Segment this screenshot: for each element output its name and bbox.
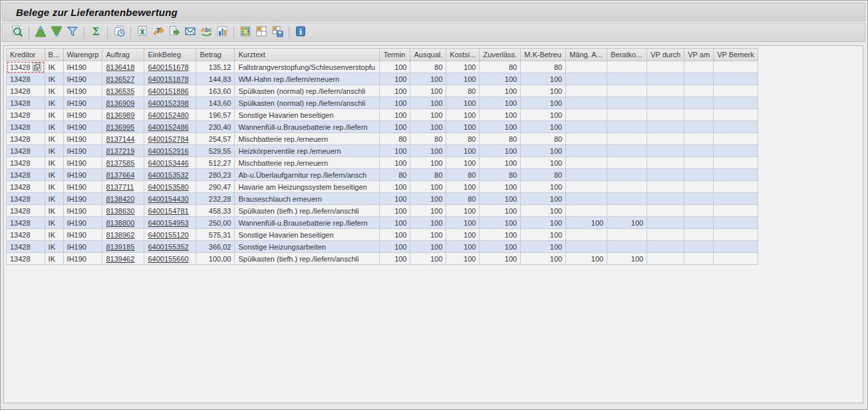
column-header-vp_bemerk[interactable]: VP Bemerk <box>714 49 758 61</box>
cell-beratko[interactable] <box>607 73 647 85</box>
cell-vp_am[interactable] <box>684 109 714 121</box>
cell-kostsi[interactable]: 100 <box>446 97 480 109</box>
abc-analysis-button[interactable]: Abc <box>198 25 214 41</box>
cell-termin[interactable]: 100 <box>380 181 410 193</box>
cell-zuverlaess[interactable]: 100 <box>480 145 521 157</box>
cell-betrag[interactable]: 280,23 <box>196 169 235 181</box>
einkbeleg-link[interactable]: 6400154430 <box>148 195 188 203</box>
cell-kreditor[interactable]: 13428 <box>7 193 45 205</box>
cell-beratko[interactable] <box>607 157 647 169</box>
cell-kurztext[interactable]: Wannenfüll-u.Brausebatterie rep./liefern <box>235 121 380 133</box>
cell-beratko[interactable] <box>607 61 647 73</box>
cell-vp_durch[interactable] <box>647 241 684 253</box>
cell-mkbetreu[interactable]: 100 <box>521 229 566 241</box>
cell-beratko[interactable] <box>607 169 647 181</box>
cell-vp_am[interactable] <box>684 73 714 85</box>
column-header-b[interactable]: B... <box>45 49 63 61</box>
cell-ausqual[interactable]: 100 <box>410 205 446 217</box>
cell-kostsi[interactable]: 100 <box>446 217 480 229</box>
auftrag-link[interactable]: 8139185 <box>106 243 134 251</box>
cell-kreditor[interactable]: 13428 <box>7 85 45 97</box>
einkbeleg-link[interactable]: 6400154781 <box>148 207 188 215</box>
cell-auftrag[interactable]: 8136418 <box>102 61 144 73</box>
einkbeleg-link[interactable]: 6400155352 <box>148 243 188 251</box>
cell-termin[interactable]: 100 <box>380 121 410 133</box>
column-header-vp_am[interactable]: VP am <box>684 49 714 61</box>
cell-b[interactable]: IK <box>45 133 63 145</box>
cell-auftrag[interactable]: 8136535 <box>102 85 144 97</box>
cell-ausqual[interactable]: 100 <box>410 157 446 169</box>
column-header-auftrag[interactable]: Auftrag <box>102 49 144 61</box>
column-header-vp_durch[interactable]: VP durch <box>647 49 684 61</box>
column-header-mkbetreu[interactable]: M.K-Betreu <box>521 49 566 61</box>
cell-ausqual[interactable]: 100 <box>410 109 446 121</box>
cell-zuverlaess[interactable]: 100 <box>480 253 521 265</box>
cell-termin[interactable]: 100 <box>380 97 410 109</box>
cell-warengrp[interactable]: IH190 <box>63 97 102 109</box>
cell-mkbetreu[interactable]: 80 <box>521 169 566 181</box>
cell-kostsi[interactable]: 100 <box>446 253 480 265</box>
auftrag-link[interactable]: 8136527 <box>106 75 134 83</box>
local-file-button[interactable] <box>166 25 182 41</box>
cell-vp_bemerk[interactable] <box>714 109 758 121</box>
cell-betrag[interactable]: 196,57 <box>196 109 235 121</box>
cell-vp_durch[interactable] <box>647 145 684 157</box>
cell-kostsi[interactable]: 100 <box>446 181 480 193</box>
cell-maeng[interactable] <box>566 61 607 73</box>
cell-termin[interactable]: 100 <box>380 109 410 121</box>
cell-kurztext[interactable]: Sonstige Havarien beseitigen <box>235 109 380 121</box>
cell-b[interactable]: IK <box>45 61 63 73</box>
cell-beratko[interactable] <box>607 85 647 97</box>
cell-auftrag[interactable]: 8136909 <box>102 97 144 109</box>
cell-vp_durch[interactable] <box>647 253 684 265</box>
column-header-kostsi[interactable]: Kostsi... <box>446 49 480 61</box>
cell-ausqual[interactable]: 100 <box>410 121 446 133</box>
cell-vp_bemerk[interactable] <box>714 133 758 145</box>
cell-vp_bemerk[interactable] <box>714 145 758 157</box>
cell-mkbetreu[interactable]: 100 <box>521 181 566 193</box>
cell-beratko[interactable] <box>607 97 647 109</box>
cell-mkbetreu[interactable]: 100 <box>521 205 566 217</box>
cell-mkbetreu[interactable]: 100 <box>521 109 566 121</box>
cell-kreditor[interactable]: 13428 <box>7 157 45 169</box>
cell-zuverlaess[interactable]: 100 <box>480 229 521 241</box>
einkbeleg-link[interactable]: 6400151886 <box>148 87 188 95</box>
cell-beratko[interactable] <box>607 109 647 121</box>
auftrag-link[interactable]: 8137664 <box>106 171 134 179</box>
cell-vp_durch[interactable] <box>647 133 684 145</box>
auftrag-link[interactable]: 8136995 <box>106 123 134 131</box>
cell-beratko[interactable] <box>607 121 647 133</box>
cell-vp_am[interactable] <box>684 193 714 205</box>
cell-termin[interactable]: 100 <box>380 157 410 169</box>
cell-kreditor[interactable]: 13428 <box>7 97 45 109</box>
cell-ausqual[interactable]: 100 <box>410 85 446 97</box>
auftrag-link[interactable]: 8138630 <box>106 207 134 215</box>
auftrag-link[interactable]: 8137711 <box>106 183 134 191</box>
cell-kurztext[interactable]: Spülkasten (tiefh.) rep./liefern/anschli <box>235 205 380 217</box>
cell-termin[interactable]: 100 <box>380 193 410 205</box>
einkbeleg-link[interactable]: 6400151878 <box>148 75 188 83</box>
cell-kurztext[interactable]: WM-Hahn rep./liefern/erneuern <box>235 73 380 85</box>
cell-kreditor[interactable]: 13428 <box>7 217 45 229</box>
cell-einkbeleg[interactable]: 6400152398 <box>144 97 196 109</box>
cell-auftrag[interactable]: 8138420 <box>102 193 144 205</box>
cell-betrag[interactable]: 232,28 <box>196 193 235 205</box>
cell-ausqual[interactable]: 100 <box>410 97 446 109</box>
cell-kreditor[interactable]: 13428 <box>7 205 45 217</box>
auftrag-link[interactable]: 8137219 <box>106 147 134 155</box>
cell-kurztext[interactable]: Sonstige Heizungsarbeiten <box>235 241 380 253</box>
cell-mkbetreu[interactable]: 80 <box>521 133 566 145</box>
cell-maeng[interactable] <box>566 133 607 145</box>
cell-zuverlaess[interactable]: 100 <box>480 217 521 229</box>
cell-vp_bemerk[interactable] <box>714 121 758 133</box>
cell-maeng[interactable]: 100 <box>566 253 607 265</box>
cell-b[interactable]: IK <box>45 181 63 193</box>
cell-ausqual[interactable]: 100 <box>410 73 446 85</box>
cell-vp_durch[interactable] <box>647 193 684 205</box>
cell-warengrp[interactable]: IH190 <box>63 229 102 241</box>
cell-kurztext[interactable]: Sonstige Havarien beseitigen <box>235 229 380 241</box>
cell-betrag[interactable]: 135,12 <box>196 61 235 73</box>
cell-einkbeleg[interactable]: 6400154953 <box>144 217 196 229</box>
cell-termin[interactable]: 80 <box>380 133 410 145</box>
sort-descending-button[interactable] <box>49 25 65 41</box>
